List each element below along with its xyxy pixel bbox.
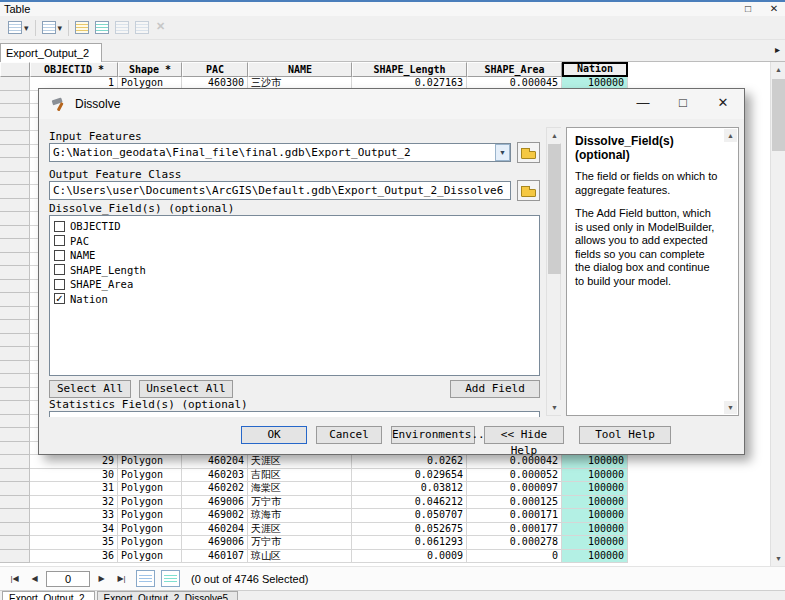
cancel-button[interactable]: Cancel (316, 426, 382, 444)
tab-export-output-2[interactable]: Export_Output_2 (0, 43, 102, 62)
last-record-button[interactable]: ▶| (113, 571, 130, 586)
statistics-listbox[interactable] (49, 411, 540, 417)
row-selector-cell[interactable] (0, 550, 30, 564)
row-selector-cell[interactable] (0, 185, 30, 199)
row-selector-cell[interactable] (0, 266, 30, 280)
combo-dropdown-icon[interactable]: ▼ (495, 144, 510, 161)
help-scroll-up-icon[interactable]: ▲ (724, 129, 737, 142)
unselect-all-button[interactable]: Unselect All (139, 380, 233, 398)
field-checkbox-item[interactable]: NAME (50, 248, 539, 263)
checkbox-unchecked-icon[interactable] (54, 250, 65, 261)
header-cell-shape-length[interactable]: SHAPE_Length (352, 62, 467, 77)
row-selector-cell[interactable] (0, 280, 30, 294)
tool-help-button[interactable]: Tool Help (579, 426, 671, 444)
header-cell-objectid[interactable]: OBJECTID * (30, 62, 118, 77)
row-selector-cell[interactable] (0, 104, 30, 118)
row-selector-cell[interactable] (0, 226, 30, 240)
row-selector-cell[interactable] (0, 77, 30, 91)
row-selector-cell[interactable] (0, 523, 30, 537)
select-all-button[interactable]: Select All (49, 380, 131, 398)
browse-output-folder-button[interactable] (517, 180, 540, 201)
header-cell-name[interactable]: NAME (248, 62, 352, 77)
bottom-tab[interactable]: Export_Output_2_Dissolve5 (97, 591, 239, 600)
row-selector-cell[interactable] (0, 536, 30, 550)
row-selector-cell[interactable] (0, 293, 30, 307)
environments-button[interactable]: Environments... (391, 426, 475, 444)
close-icon[interactable]: ✕ (767, 2, 781, 15)
row-selector-cell[interactable] (0, 482, 30, 496)
row-selector-cell[interactable] (0, 145, 30, 159)
dialog-titlebar[interactable]: Dissolve — □ ✕ (39, 89, 744, 119)
checkbox-unchecked-icon[interactable] (54, 221, 65, 232)
checkbox-checked-icon[interactable]: ✓ (54, 293, 65, 304)
row-selector-cell[interactable] (0, 131, 30, 145)
window-titlebar[interactable]: Table □ ✕ (0, 2, 785, 16)
row-selector-cell[interactable] (0, 307, 30, 321)
previous-record-button[interactable]: ◀ (26, 571, 43, 586)
dialog-close-icon[interactable]: ✕ (703, 90, 743, 118)
row-selector-cell[interactable] (0, 415, 30, 429)
checkbox-unchecked-icon[interactable] (54, 279, 65, 290)
dialog-maximize-icon[interactable]: □ (663, 90, 703, 118)
switch-selection-icon[interactable] (92, 19, 112, 36)
dropdown-caret-icon[interactable]: ▾ (24, 23, 29, 33)
row-selector-cell[interactable] (0, 172, 30, 186)
field-checkbox-item[interactable]: OBJECTID (50, 219, 539, 234)
bottom-tab[interactable]: Export_Output_2 (2, 591, 95, 600)
header-cell-shape-area[interactable]: SHAPE_Area (467, 62, 562, 77)
help-scroll-down-icon[interactable]: ▼ (724, 401, 737, 414)
field-checkbox-item[interactable]: SHAPE_Area (50, 277, 539, 292)
select-by-attributes-icon[interactable] (72, 19, 92, 36)
show-selected-records-button[interactable] (161, 570, 180, 587)
output-input[interactable] (49, 181, 511, 200)
field-checkbox-item[interactable]: SHAPE_Length (50, 263, 539, 278)
row-selector-cell[interactable] (0, 118, 30, 132)
row-selector-cell[interactable] (0, 401, 30, 415)
header-cell-shape[interactable]: Shape * (118, 62, 182, 77)
scrollbar-thumb[interactable] (772, 79, 785, 151)
scrollbar-thumb[interactable] (548, 144, 561, 274)
show-all-records-button[interactable] (136, 570, 155, 587)
row-selector-cell[interactable] (0, 91, 30, 105)
field-checkbox-item[interactable]: PAC (50, 234, 539, 249)
dialog-scrollbar[interactable]: ▲ ▼ (546, 127, 561, 416)
checkbox-unchecked-icon[interactable] (54, 235, 65, 246)
row-selector-cell[interactable] (0, 320, 30, 334)
scroll-down-icon[interactable]: ▼ (547, 400, 562, 415)
row-selector-cell[interactable] (0, 496, 30, 510)
dissolve-field-list[interactable]: OBJECTIDPACNAMESHAPE_LengthSHAPE_Area✓Na… (49, 215, 540, 376)
row-selector-cell[interactable] (0, 428, 30, 442)
dropdown-caret-icon[interactable]: ▾ (58, 23, 63, 33)
row-selector-cell[interactable] (0, 509, 30, 523)
scroll-up-icon[interactable]: ▲ (547, 128, 562, 143)
hide-help-button[interactable]: << Hide Help (484, 426, 564, 444)
checkbox-unchecked-icon[interactable] (54, 264, 65, 275)
table-options-icon[interactable]: ▾ (5, 19, 32, 36)
row-selector-cell[interactable] (0, 334, 30, 348)
record-number-input[interactable] (46, 571, 90, 587)
field-checkbox-item[interactable]: ✓Nation (50, 292, 539, 307)
table-vertical-scrollbar[interactable]: ▲ ▼ (770, 62, 785, 566)
first-record-button[interactable]: |◀ (6, 571, 23, 586)
row-selector-cell[interactable] (0, 347, 30, 361)
row-selector-cell[interactable] (0, 253, 30, 267)
row-selector-cell[interactable] (0, 158, 30, 172)
row-selector-cell[interactable] (0, 469, 30, 483)
header-cell-nation[interactable]: Nation (562, 62, 628, 77)
header-cell-pac[interactable]: PAC (182, 62, 248, 77)
header-cell-selector[interactable] (0, 62, 30, 77)
row-selector-cell[interactable] (0, 199, 30, 213)
next-record-button[interactable]: ▶ (93, 571, 110, 586)
scroll-down-icon[interactable]: ▼ (771, 551, 785, 566)
browse-input-folder-button[interactable] (517, 142, 540, 163)
ok-button[interactable]: OK (241, 426, 307, 444)
row-selector-cell[interactable] (0, 388, 30, 402)
row-selector-cell[interactable] (0, 442, 30, 456)
row-selector-cell[interactable] (0, 239, 30, 253)
row-selector-cell[interactable] (0, 374, 30, 388)
row-selector-cell[interactable] (0, 212, 30, 226)
row-selector-cell[interactable] (0, 455, 30, 469)
dialog-minimize-icon[interactable]: — (623, 90, 663, 118)
tab-scroll-right-icon[interactable]: ▸ (775, 44, 780, 55)
add-field-button[interactable]: Add Field (450, 380, 540, 398)
